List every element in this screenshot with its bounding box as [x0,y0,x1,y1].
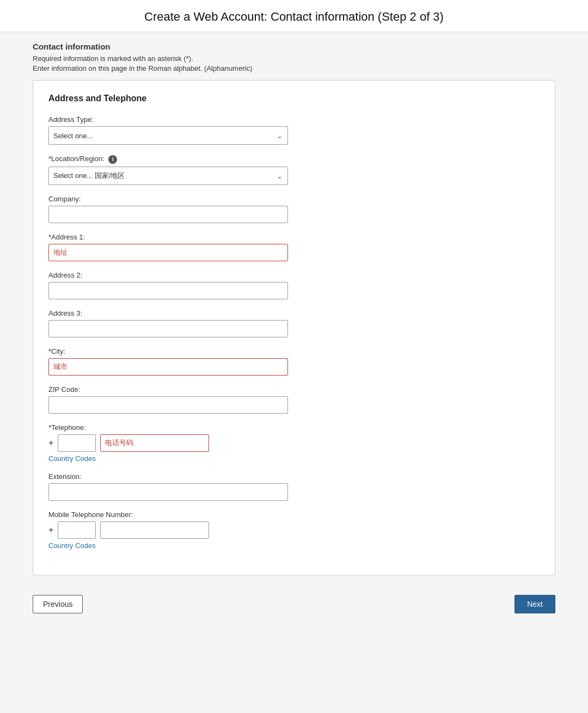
address1-input[interactable] [48,244,288,261]
address2-label: Address 2: [48,271,540,279]
required-note: Required information is marked with an a… [33,54,555,63]
city-input[interactable] [48,358,288,376]
mobile-country-codes-link[interactable]: Country Codes [48,542,96,550]
address2-input[interactable] [48,282,288,299]
mobile-plus-sign: + [48,525,53,535]
section-heading: Contact information [33,42,555,51]
telephone-country-codes-link[interactable]: Country Codes [48,454,96,463]
address-type-label: Address Type: [48,115,540,124]
next-button[interactable]: Next [514,595,555,613]
address2-group: Address 2: [48,271,540,299]
address3-input[interactable] [48,320,288,337]
telephone-number-input[interactable] [100,434,209,452]
mobile-telephone-group: Mobile Telephone Number: + Country Codes [48,511,540,550]
city-group: *City: [48,347,540,376]
company-label: Company: [48,195,540,203]
roman-note: Enter information on this page in the Ro… [33,64,555,72]
extension-group: Extension: [48,472,540,501]
zip-code-input[interactable] [48,396,288,414]
mobile-telephone-label: Mobile Telephone Number: [48,511,540,519]
card-title: Address and Telephone [48,94,540,103]
location-region-select[interactable]: Select one... 国家/地区 [48,167,288,185]
mobile-phone-number-input[interactable] [100,521,209,539]
extension-input[interactable] [48,483,288,501]
location-region-group: *Location/Region: i Select one... 国家/地区 … [48,155,540,185]
address3-group: Address 3: [48,309,540,337]
previous-button[interactable]: Previous [33,595,83,613]
mobile-telephone-row: + [48,521,540,539]
location-region-select-wrapper: Select one... 国家/地区 ⌄ [48,167,288,185]
company-group: Company: [48,195,540,223]
address-type-group: Address Type: Select one... ⌄ [48,115,540,145]
telephone-label: *Telephone: [48,423,540,432]
location-region-label: *Location/Region: i [48,155,540,164]
zip-code-group: ZIP Code: [48,385,540,414]
page-title: Create a Web Account: Contact informatio… [0,0,588,32]
telephone-plus-sign: + [48,438,53,448]
address3-label: Address 3: [48,309,540,317]
zip-code-label: ZIP Code: [48,385,540,394]
address1-label: *Address 1: [48,233,540,241]
extension-label: Extension: [48,472,540,481]
location-region-info-icon[interactable]: i [108,155,117,164]
city-label: *City: [48,347,540,355]
company-input[interactable] [48,206,288,223]
address1-group: *Address 1: [48,233,540,261]
mobile-country-code-input[interactable] [58,521,96,539]
address-type-select[interactable]: Select one... [48,126,288,145]
footer-navigation: Previous Next [16,585,572,623]
telephone-country-code-input[interactable] [58,434,96,452]
telephone-row: + [48,434,540,452]
address-type-select-wrapper: Select one... ⌄ [48,126,288,145]
form-card: Address and Telephone Address Type: Sele… [33,80,555,575]
telephone-group: *Telephone: + Country Codes [48,423,540,463]
